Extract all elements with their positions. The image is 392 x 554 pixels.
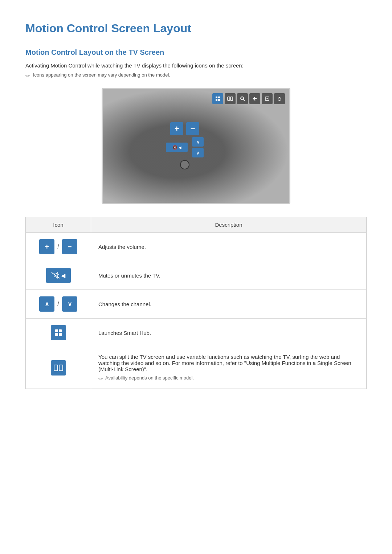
intro-text: Activating Motion Control while watching… [25, 62, 367, 69]
icon-cell-mute: ◀ [26, 261, 91, 290]
desc-cell-channel: Changes the channel. [91, 290, 367, 319]
svg-rect-4 [228, 97, 230, 100]
table-row: Launches Smart Hub. [26, 319, 367, 347]
svg-rect-1 [218, 97, 220, 98]
svg-rect-16 [59, 329, 62, 332]
multilink-icon [51, 360, 66, 376]
icon-cell-volume: + / − [26, 233, 91, 261]
note-line: ✏ Icons appearing on the screen may vary… [25, 72, 367, 79]
smarthub-icon [51, 325, 66, 340]
tv-vol-down: − [186, 122, 199, 135]
vol-plus-icon: + [39, 239, 54, 254]
tv-search-icon [237, 93, 248, 104]
svg-rect-15 [55, 329, 58, 332]
icon-cell-multilink [26, 347, 91, 389]
multilink-note: ✏ Availability depends on the specific m… [98, 375, 359, 382]
table-header-icon: Icon [26, 217, 91, 233]
table-row: ◀ Mutes or unmutes the TV. [26, 261, 367, 290]
page-title: Motion Control Screen Layout [25, 22, 367, 35]
tv-mute: 🔇◀ [166, 143, 188, 152]
tv-ch-up: ∧ [192, 137, 204, 147]
icon-table: Icon Description + / − Adjusts the volum… [25, 217, 367, 389]
svg-rect-5 [230, 97, 233, 100]
desc-cell-smarthub: Launches Smart Hub. [91, 319, 367, 347]
tv-smarthub-icon [212, 93, 223, 104]
svg-rect-18 [59, 333, 62, 336]
svg-point-6 [241, 97, 244, 100]
note-text: Icons appearing on the screen may vary d… [33, 72, 170, 78]
tv-exit-icon [262, 93, 273, 104]
vol-minus-icon: − [62, 239, 77, 254]
ch-down-icon: ∨ [62, 296, 77, 312]
ch-up-icon: ∧ [39, 296, 54, 312]
svg-line-7 [243, 99, 245, 101]
icon-cell-channel: ∧ / ∨ [26, 290, 91, 319]
svg-rect-17 [55, 333, 58, 336]
desc-cell-volume: Adjusts the volume. [91, 233, 367, 261]
tv-cursor [180, 160, 189, 169]
svg-rect-2 [216, 99, 217, 101]
tv-illustration: + − 🔇◀ ∧ ∨ [25, 88, 367, 204]
tv-multilink-icon [225, 93, 236, 104]
section-title: Motion Control Layout on the TV Screen [25, 48, 367, 57]
table-row: ∧ / ∨ Changes the channel. [26, 290, 367, 319]
table-row: You can split the TV screen and use vari… [26, 347, 367, 389]
tv-power-icon [274, 93, 285, 104]
tv-vol-up: + [170, 122, 183, 135]
tv-icon-bar [212, 93, 285, 104]
icon-cell-smarthub [26, 319, 91, 347]
pencil-icon-note: ✏ [98, 376, 103, 382]
svg-rect-19 [54, 365, 58, 371]
slash-separator: / [57, 243, 59, 250]
slash-separator: / [57, 301, 59, 307]
desc-cell-multilink: You can split the TV screen and use vari… [91, 347, 367, 389]
desc-cell-mute: Mutes or unmutes the TV. [91, 261, 367, 290]
tv-screen: + − 🔇◀ ∧ ∨ [102, 88, 290, 204]
table-row: + / − Adjusts the volume. [26, 233, 367, 261]
svg-rect-3 [218, 99, 220, 101]
pencil-icon: ✏ [25, 73, 30, 79]
svg-line-12 [52, 272, 60, 278]
mute-icon: ◀ [46, 268, 71, 283]
svg-rect-20 [59, 365, 63, 371]
table-header-description: Description [91, 217, 367, 233]
svg-rect-0 [216, 97, 217, 98]
tv-back-icon [249, 93, 260, 104]
tv-ch-down: ∨ [192, 148, 204, 157]
